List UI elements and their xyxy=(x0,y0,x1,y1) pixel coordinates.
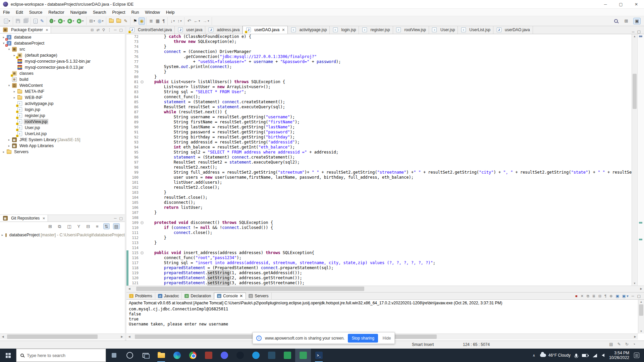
code-line[interactable]: 95 String sql2 = "SELECT * FROM address … xyxy=(126,150,632,155)
tree-item-user-jsp[interactable]: ≡▲User.jsp xyxy=(0,125,125,131)
tree-item-servers[interactable]: ▸Servers xyxy=(0,149,125,155)
last-edit-location-icon[interactable]: ↶ xyxy=(186,17,192,25)
editor-hscrollbar[interactable]: ◀ ▶ xyxy=(126,286,644,292)
code-line[interactable]: 109− protected void disconnect() throws … xyxy=(126,220,632,225)
code-line[interactable]: 98 resultSet2.next(); xyxy=(126,165,632,170)
clock[interactable]: 3:54 PM 10/26/2022 xyxy=(609,351,629,360)
scroll-track[interactable] xyxy=(6,334,119,340)
start-button[interactable] xyxy=(0,349,16,362)
forward-icon[interactable]: →▾ xyxy=(201,17,210,25)
code-line[interactable]: 116 connect_func("root","pass1234"); xyxy=(126,255,632,260)
maximize-window-icon[interactable]: ▢ xyxy=(613,0,629,8)
taskbar-mini-icon[interactable] xyxy=(106,349,122,362)
word-wrap-icon[interactable]: ¶ xyxy=(604,294,606,298)
create-repository-icon[interactable]: ◫ xyxy=(66,223,72,229)
new-note-icon[interactable]: ✎ xyxy=(39,17,45,25)
code-line[interactable]: 119 preparedStatement.setString(1, addre… xyxy=(126,270,632,276)
scroll-left-icon[interactable]: ◀ xyxy=(126,335,132,338)
hide-button[interactable]: Hide xyxy=(381,336,392,341)
console-tab-servers[interactable]: ◫Servers xyxy=(246,293,271,299)
editor-tab-user-java-1[interactable]: Juser.java xyxy=(175,26,205,34)
code-line[interactable]: 83 String sql = "SELECT * FROM User"; xyxy=(126,89,632,95)
scroll-lock-icon[interactable]: ⊟ xyxy=(598,294,601,298)
code-line[interactable]: 103 } xyxy=(126,190,632,195)
expander-icon[interactable]: ▸ xyxy=(0,233,5,237)
code-line[interactable]: 92 String birthday = resultSet.getString… xyxy=(126,135,632,140)
code-line[interactable]: 72 } catch (ClassNotFoundException e) { xyxy=(126,34,632,39)
code-line[interactable]: 73 throw new SQLException(e); xyxy=(126,39,632,44)
scroll-track[interactable] xyxy=(132,286,638,292)
code-line[interactable]: 113 } xyxy=(126,240,632,245)
scroll-left-icon[interactable]: ◀ xyxy=(0,335,6,338)
maximize-view-icon[interactable]: ▢ xyxy=(119,217,123,220)
maximize-view-icon[interactable]: ▢ xyxy=(637,294,641,298)
stop-sharing-button[interactable]: Stop sharing xyxy=(348,334,378,343)
expander-icon[interactable]: ▸ xyxy=(12,96,17,99)
tree-item-mysql-connector-java-5-1-32-bin-jar[interactable]: ≡mysql-connector-java-5.1.32-bin.jar xyxy=(0,58,125,64)
fold-marker[interactable]: − xyxy=(140,250,145,255)
collapse-all-icon[interactable]: ⊟ xyxy=(91,28,94,32)
code-line[interactable]: 102 resultSet2.close(); xyxy=(126,185,632,190)
app-green-icon[interactable] xyxy=(279,349,295,362)
remove-all-launches-icon[interactable]: ⧉ xyxy=(587,294,589,298)
code-line[interactable]: 74 } xyxy=(126,44,632,49)
menu-window[interactable]: Window xyxy=(142,9,163,15)
tree-item-default-package[interactable]: ▸⊞▲(default package) xyxy=(0,52,125,58)
code-line[interactable]: 115− public void insert_address(address … xyxy=(126,250,632,255)
code-line[interactable]: 108 xyxy=(126,215,632,220)
editor-tab-activitypage-jsp-4[interactable]: ≡activitypage.jsp xyxy=(288,26,330,34)
code-line[interactable]: 120 preparedStatement.setString(2, addre… xyxy=(126,276,632,281)
chrome-icon[interactable] xyxy=(185,349,201,362)
minimize-view-icon[interactable]: ─ xyxy=(114,28,117,32)
code-line[interactable]: 82 List<user> listUser = new ArrayList<u… xyxy=(126,84,632,89)
code-line[interactable]: 112 } xyxy=(126,235,632,240)
menu-edit[interactable]: Edit xyxy=(13,9,26,15)
code-line[interactable]: 75 connect = (Connection) DriverManager xyxy=(126,49,632,54)
code-line[interactable]: 79 } xyxy=(126,69,632,74)
collapse-all-icon[interactable]: ⊟ xyxy=(85,223,91,229)
tree-item-userlist-jsp[interactable]: ≡▲UserList.jsp xyxy=(0,131,125,137)
fold-marker[interactable]: − xyxy=(140,220,145,225)
close-tab-icon[interactable]: ✕ xyxy=(239,294,243,298)
tree-item-meta-inf[interactable]: ▸META-INF xyxy=(0,88,125,95)
editor-tab-register-jsp-6[interactable]: ≡register.jsp xyxy=(359,26,393,34)
console-tab-problems[interactable]: !Problems xyxy=(126,293,155,299)
code-line[interactable]: 86 ResultSet resultSet = statement.execu… xyxy=(126,105,632,110)
tree-item-rootview-jsp[interactable]: ≡▲rootView.jsp xyxy=(0,119,125,125)
scroll-left-icon[interactable]: ◀ xyxy=(126,287,132,290)
previous-annotation-icon[interactable]: ↑▾ xyxy=(176,17,183,25)
save-icon[interactable] xyxy=(14,17,21,25)
edge-icon[interactable] xyxy=(169,349,185,362)
next-annotation-icon[interactable]: ↓▾ xyxy=(169,17,176,25)
clone-repository-icon[interactable]: ⧉ xyxy=(57,223,62,229)
menu-run[interactable]: Run xyxy=(128,9,142,15)
profile-icon[interactable]: ▶▾ xyxy=(75,17,85,25)
new-folder-icon[interactable] xyxy=(108,17,115,25)
scroll-thumb[interactable] xyxy=(7,335,98,339)
editor-tab-user-jsp-8[interactable]: ≡User.jsp xyxy=(429,26,458,34)
minimize-editor-icon[interactable]: ─ xyxy=(632,30,635,34)
toggle-layout-icon[interactable]: ≡ xyxy=(95,223,100,229)
console-tab-declaration[interactable]: DDeclaration xyxy=(182,293,214,299)
console-output[interactable]: Apache Tomcat v9.0.65 at localhost [Apac… xyxy=(126,300,638,334)
branch-icon[interactable]: Y xyxy=(76,223,82,229)
editor-tab-controlservlet-java-0[interactable]: J▲ControlServlet.java xyxy=(126,26,175,34)
clear-console-icon[interactable]: ≣ xyxy=(592,294,595,298)
back-icon[interactable]: ←▾ xyxy=(192,17,201,25)
tree-item-mysql-connector-java-8-0-13-jar[interactable]: ≡mysql-connector-java-8.0.13.jar xyxy=(0,64,125,70)
microphone-icon[interactable] xyxy=(575,354,577,357)
close-view-icon[interactable]: ✕ xyxy=(46,28,48,32)
focus-icon[interactable]: ⚲ xyxy=(102,28,105,32)
code-line[interactable]: 100 user users = new user(username,first… xyxy=(126,175,632,180)
menu-source[interactable]: Source xyxy=(26,9,46,15)
new-web-folder-icon[interactable] xyxy=(115,17,122,25)
editor-vscrollbar[interactable]: ▲ ▼ xyxy=(632,34,637,286)
scroll-down-icon[interactable]: ▼ xyxy=(632,282,637,285)
code-line[interactable]: 121 preparedStatement.setString(3, addre… xyxy=(126,281,632,286)
maximize-editor-icon[interactable]: ▢ xyxy=(637,29,641,34)
expander-icon[interactable]: ▸ xyxy=(12,90,17,93)
maximize-view-icon[interactable]: ▢ xyxy=(119,28,123,32)
console-tab-console[interactable]: ▤Console✕ xyxy=(214,293,246,299)
close-view-icon[interactable]: ✕ xyxy=(42,217,45,220)
code-line[interactable]: 87 while (resultSet.next()) { xyxy=(126,110,632,115)
